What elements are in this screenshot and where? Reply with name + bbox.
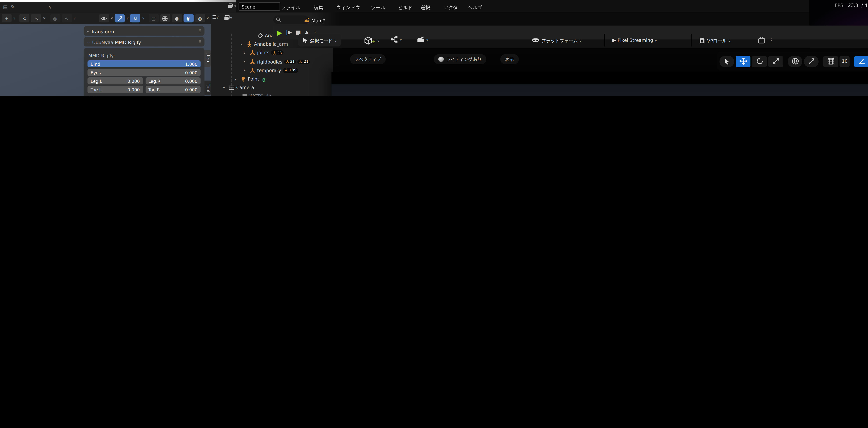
- select-tool-icon[interactable]: [719, 55, 734, 67]
- expand-arrow-icon[interactable]: ▸: [241, 42, 245, 46]
- menu-ファイル[interactable]: ファイル: [281, 4, 300, 11]
- outliner-item-temporary[interactable]: ▸temporary+99: [244, 67, 298, 73]
- frame-time: / 42.0 ms: [861, 3, 868, 8]
- falloff-dot-icon[interactable]: ◎: [50, 14, 60, 22]
- filter-visibility-icon[interactable]: [99, 14, 109, 22]
- scene-selector-icon[interactable]: ∨: [228, 3, 237, 8]
- lit-mode-pill[interactable]: ライティングあり: [434, 54, 486, 64]
- mmd-slider-Leg.R[interactable]: Leg.R0.000: [145, 78, 200, 84]
- transform-panel-header[interactable]: ▸ Transform ⠿: [84, 26, 205, 36]
- ue-tab-row: [310, 12, 809, 26]
- expand-arrow-icon[interactable]: ▾: [223, 86, 227, 90]
- mmd-slider-Leg.L[interactable]: Leg.L0.000: [88, 78, 143, 84]
- cinematics-button[interactable]: ∨: [416, 36, 429, 43]
- shading-solid-icon[interactable]: ●: [172, 14, 182, 22]
- skip-button[interactable]: |▶: [286, 30, 292, 35]
- expand-arrow-icon[interactable]: ▸: [244, 51, 248, 55]
- platforms-dropdown[interactable]: プラットフォーム∨: [531, 34, 582, 47]
- outliner-item-WGTS_rig[interactable]: WGTS_rig: [236, 93, 271, 96]
- screenshot-stage: ▤ ✎ ∧ ⌖∨ ↻ ≍∨ ◎ ∿∨ ∨ ∨ ↻∨ ▢ ● ◉ ◍∨: [0, 0, 868, 96]
- panel-grip-icon[interactable]: ⠿: [198, 29, 202, 33]
- display-mode-icon[interactable]: ☰∨: [212, 15, 219, 21]
- mmd-rigify-label: MMD-Rigify:: [88, 54, 200, 58]
- menu-アクタ[interactable]: アクタ: [444, 4, 458, 11]
- ue-level-tab[interactable]: Main*: [304, 16, 325, 25]
- scene-name-field[interactable]: Scene: [239, 2, 280, 11]
- mmd-slider-Toe.L[interactable]: Toe.L0.000: [88, 86, 143, 93]
- n-panel-tabs: ItemToolViewMMDAssets: [205, 50, 211, 96]
- rigify-panel-header[interactable]: ⌄ UuuNyaa MMD Rigify ⠿: [84, 37, 205, 47]
- add-actor-button[interactable]: +∨: [364, 36, 380, 45]
- live-tv-icon[interactable]: ⋮: [757, 34, 774, 47]
- outliner-item-rigidbodies[interactable]: ▸rigidbodies2121: [244, 59, 310, 65]
- edit-icon[interactable]: ✎: [11, 5, 14, 9]
- rotation-snap-icon[interactable]: [855, 55, 868, 67]
- overlays-toggle-icon[interactable]: ↻: [130, 14, 141, 22]
- diamond-icon: [257, 32, 264, 39]
- fps-value: 23.8: [848, 3, 858, 8]
- lit-sphere-icon: [438, 57, 444, 62]
- menu-ビルド[interactable]: ビルド: [398, 4, 412, 11]
- show-pill[interactable]: 表示: [500, 54, 519, 64]
- gizmo-toggle-icon[interactable]: [115, 14, 125, 22]
- box-icon: [242, 93, 248, 96]
- xray-toggle-icon[interactable]: ▢: [148, 14, 158, 22]
- ikfk-label: IK-FK:: [88, 95, 200, 96]
- blueprints-button[interactable]: ∨: [390, 36, 402, 43]
- rotate-tool-icon[interactable]: [752, 55, 767, 67]
- render-preview-window[interactable]: ▼ 0754 |◀◀◀◀◆◀|◀▶|▶◆▶▶▶▶|→: [332, 72, 868, 96]
- vp-role-dropdown[interactable]: VPロール∨: [699, 34, 731, 47]
- collection-icon: [228, 85, 235, 91]
- surface-snap-icon[interactable]: [804, 55, 819, 67]
- count-badge: +99: [283, 68, 298, 73]
- n-panel-tab-Tool[interactable]: Tool: [205, 81, 211, 96]
- mmd-slider-Bind[interactable]: Bind1.000: [88, 60, 200, 67]
- mmd-slider-Eyes[interactable]: Eyes0.000: [88, 69, 200, 76]
- shading-rendered-icon[interactable]: ◍: [195, 14, 205, 22]
- expand-arrow-icon[interactable]: ▸: [235, 77, 239, 81]
- outliner-item-joints[interactable]: ▸joints28: [244, 50, 283, 56]
- expand-arrow-icon[interactable]: ▸: [244, 68, 248, 72]
- filter-photos-icon[interactable]: ∨: [224, 15, 232, 21]
- ue-menu-bar: ファイル編集ウィンドウツールビルド選択アクタヘルプ: [236, 0, 809, 12]
- blender-3d-viewport[interactable]: ▸ Transform ⠿ ⌄ UuuNyaa MMD Rigify ⠿ MMD…: [0, 24, 211, 96]
- falloff-curve-icon[interactable]: ∿: [62, 14, 72, 22]
- shading-wireframe-icon[interactable]: [160, 14, 170, 22]
- play-button[interactable]: ▶: [277, 29, 282, 36]
- grid-snap-value[interactable]: 10: [840, 55, 850, 67]
- outliner-item-Point[interactable]: ▸Point◎: [235, 76, 266, 82]
- snap-toggle-icon[interactable]: ↻: [20, 14, 30, 22]
- menu-ウィンドウ[interactable]: ウィンドウ: [336, 4, 360, 11]
- file-menu-icon[interactable]: ▤: [3, 5, 7, 9]
- axis-icon: [249, 59, 255, 65]
- perspective-pill[interactable]: スペクティブ: [350, 54, 385, 64]
- axis-icon: [249, 67, 255, 73]
- bulb-icon: [240, 76, 246, 82]
- grid-snap-icon[interactable]: [823, 55, 838, 67]
- count-badge: 21: [284, 59, 296, 64]
- menu-ヘルプ[interactable]: ヘルプ: [468, 4, 482, 11]
- menu-ツール[interactable]: ツール: [371, 4, 385, 11]
- axis-icon: [249, 50, 255, 56]
- mmd-slider-Toe.R[interactable]: Toe.R0.000: [145, 86, 200, 93]
- scale-tool-icon[interactable]: [768, 55, 783, 67]
- pixel-streaming-dropdown[interactable]: ▶ Pixel Streaming∨: [612, 34, 657, 47]
- outliner-item-Camera[interactable]: ▾Camera: [223, 85, 254, 91]
- select-mode-dropdown[interactable]: 選択モード∨: [298, 34, 341, 47]
- world-local-icon[interactable]: [787, 55, 802, 67]
- proportional-edit-icon[interactable]: ⌖: [2, 14, 12, 22]
- shading-material-icon[interactable]: ◉: [183, 14, 193, 22]
- snap-target-icon[interactable]: ≍: [31, 14, 41, 22]
- panel-grip-icon[interactable]: ⠿: [198, 39, 202, 44]
- menu-選択[interactable]: 選択: [421, 4, 430, 11]
- transform-panel-title: Transform: [91, 28, 114, 34]
- viewport-stats: FPS: 23.8 / 42.0 ms Mem: 7,952: [835, 3, 868, 8]
- expand-arrow-icon[interactable]: ▸: [244, 60, 248, 63]
- menu-編集[interactable]: 編集: [314, 4, 323, 11]
- blender-left-titlebar: ▤ ✎ ∧: [0, 2, 236, 12]
- n-panel-tab-Item[interactable]: Item: [205, 50, 211, 67]
- n-panel: ▸ Transform ⠿ ⌄ UuuNyaa MMD Rigify ⠿ MMD…: [84, 26, 205, 96]
- rigify-panel-title: UuuNyaa MMD Rigify: [92, 39, 141, 44]
- caret-up-icon[interactable]: ∧: [48, 5, 52, 9]
- move-tool-icon[interactable]: [736, 55, 750, 67]
